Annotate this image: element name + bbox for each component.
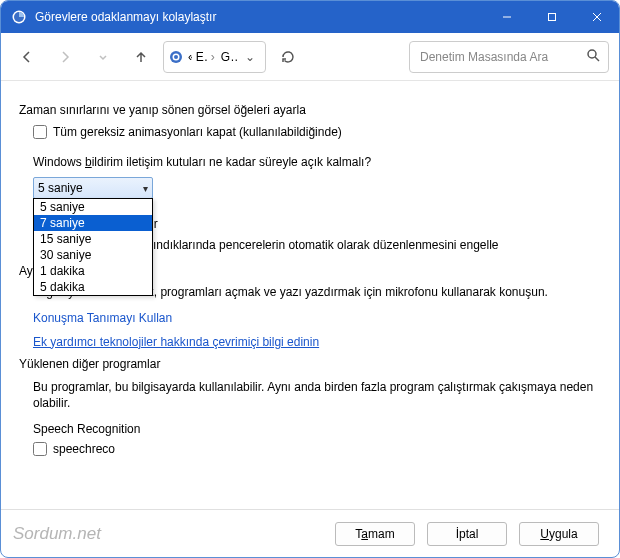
search-icon[interactable] <box>586 48 600 65</box>
minimize-button[interactable] <box>484 1 529 33</box>
disable-animations-row[interactable]: Tüm gereksiz animasyonları kapat (kullan… <box>33 125 595 139</box>
refresh-button[interactable] <box>272 41 304 73</box>
option-30-saniye[interactable]: 30 saniye <box>34 247 152 263</box>
option-1-dakika[interactable]: 1 dakika <box>34 263 152 279</box>
toolbar: « Erişi... › Görevle... ⌄ <box>1 33 619 81</box>
maximize-button[interactable] <box>529 1 574 33</box>
close-button[interactable] <box>574 1 619 33</box>
speechreco-label: speechreco <box>53 442 115 456</box>
window: Görevlere odaklanmayı kolaylaştır <box>0 0 620 558</box>
section-installed-programs-heading: Yüklenen diğer programlar <box>19 357 595 371</box>
titlebar: Görevlere odaklanmayı kolaylaştır <box>1 1 619 33</box>
breadcrumb-icon <box>168 49 184 65</box>
search-box[interactable] <box>409 41 609 73</box>
forward-button[interactable] <box>49 41 81 73</box>
breadcrumb-root[interactable]: « <box>186 50 192 64</box>
disable-animations-checkbox[interactable] <box>33 125 47 139</box>
apply-button[interactable]: Uygula <box>519 522 599 546</box>
cancel-button[interactable]: İptal <box>427 522 507 546</box>
speechreco-row[interactable]: speechreco <box>33 442 595 456</box>
speechreco-checkbox[interactable] <box>33 442 47 456</box>
section-time-limits-heading: Zaman sınırlarını ve yanıp sönen görsel … <box>19 103 595 117</box>
chevron-down-icon: ▾ <box>143 183 148 194</box>
window-controls <box>484 1 619 33</box>
notification-duration-combo[interactable]: 5 saniye ▾ <box>33 177 153 199</box>
notification-duration-dropdown[interactable]: 5 saniye 7 saniye 15 saniye 30 saniye 1 … <box>33 198 153 296</box>
chevron-right-icon: › <box>209 50 217 64</box>
up-button[interactable] <box>125 41 157 73</box>
chevron-down-icon[interactable]: ⌄ <box>239 50 261 64</box>
option-5-dakika[interactable]: 5 dakika <box>34 279 152 295</box>
ok-button[interactable]: Tamam <box>335 522 415 546</box>
installed-programs-text: Bu programlar, bu bilgisayarda kullanıla… <box>33 379 595 413</box>
notification-combo-region: 5 saniye ▾ 5 saniye 7 saniye 15 saniye 3… <box>33 177 595 278</box>
svg-point-6 <box>588 50 596 58</box>
use-speech-recognition-link[interactable]: Konuşma Tanımayı Kullan <box>33 311 595 325</box>
recent-dropdown-button[interactable] <box>87 41 119 73</box>
assistive-tech-online-link[interactable]: Ek yardımcı teknolojiler hakkında çevrim… <box>33 335 595 349</box>
breadcrumb-item-1[interactable]: Erişi... <box>194 50 207 64</box>
back-button[interactable] <box>11 41 43 73</box>
breadcrumb-item-2[interactable]: Görevle... <box>219 50 237 64</box>
notification-duration-label: Windows bildirim iletişim kutuları ne ka… <box>33 155 595 169</box>
option-5-saniye[interactable]: 5 saniye <box>34 199 152 215</box>
svg-rect-2 <box>548 14 555 21</box>
notification-duration-value: 5 saniye <box>38 181 143 195</box>
option-15-saniye[interactable]: 15 saniye <box>34 231 152 247</box>
program-title: Speech Recognition <box>33 422 595 436</box>
breadcrumb[interactable]: « Erişi... › Görevle... ⌄ <box>163 41 266 73</box>
content-area: Zaman sınırlarını ve yanıp sönen görsel … <box>1 81 619 509</box>
button-bar: Sordum.net Tamam İptal Uygula <box>1 509 619 557</box>
search-input[interactable] <box>418 49 580 65</box>
app-icon <box>11 9 27 25</box>
svg-point-5 <box>174 55 178 59</box>
watermark: Sordum.net <box>13 524 101 544</box>
option-7-saniye[interactable]: 7 saniye <box>34 215 152 231</box>
window-title: Görevlere odaklanmayı kolaylaştır <box>35 10 484 24</box>
disable-animations-label: Tüm gereksiz animasyonları kapat (kullan… <box>53 125 342 139</box>
